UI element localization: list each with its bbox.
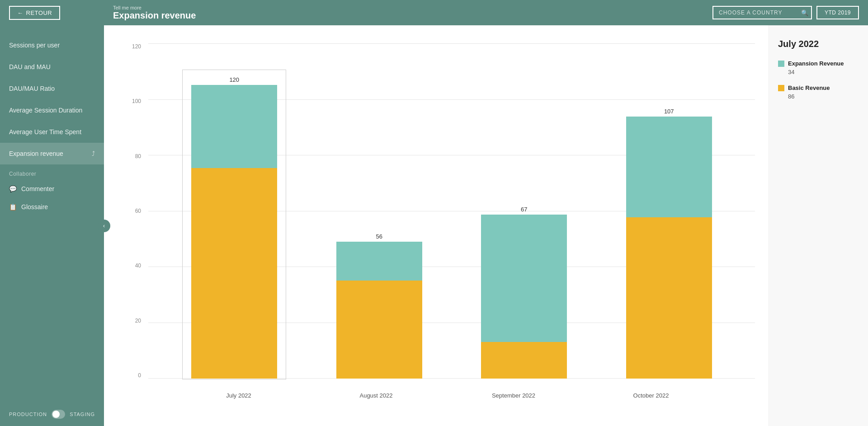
sidebar-item-label: Average Session Duration (9, 107, 82, 114)
bar-value-october: 107 (664, 108, 674, 115)
retour-label: RETOUR (26, 9, 52, 16)
share-icon: ⤴ (92, 150, 95, 157)
ytd-label: YTD 2019 (825, 9, 851, 16)
commenter-label: Commenter (21, 185, 54, 192)
bar-value-july: 120 (229, 76, 239, 83)
sidebar-nav: Sessions per user DAU and MAU DAU/MAU Ra… (0, 25, 104, 403)
bar-basic-august (336, 281, 422, 379)
y-label-60: 60 (135, 208, 141, 214)
ytd-button[interactable]: YTD 2019 (816, 6, 859, 19)
sidebar-item-label: Expansion revenue (9, 150, 63, 157)
sidebar-item-dau-mau[interactable]: DAU and MAU (0, 56, 104, 78)
sidebar-item-avg-time[interactable]: Average User Time Spent (0, 121, 104, 143)
x-axis-labels: July 2022 August 2022 September 2022 Oct… (127, 392, 755, 399)
bars-container: 120 56 (148, 43, 755, 379)
x-label-october: October 2022 (608, 392, 694, 399)
sidebar-section-collaborer: Collaborer (0, 164, 104, 180)
bar-expansion-july (191, 85, 277, 168)
toggle-knob (52, 411, 60, 418)
bar-expansion-october (626, 117, 712, 217)
bar-value-august: 56 (376, 233, 382, 240)
sidebar-item-avg-session[interactable]: Average Session Duration (0, 99, 104, 121)
y-label-120: 120 (132, 43, 141, 50)
legend-month: July 2022 (778, 39, 859, 49)
retour-button[interactable]: ← RETOUR (9, 6, 60, 20)
glossaire-label: Glossaire (21, 203, 48, 211)
sidebar-item-dau-mau-ratio[interactable]: DAU/MAU Ratio (0, 78, 104, 99)
chart-area: 120 100 80 60 40 20 0 (104, 25, 769, 426)
basic-revenue-label: Basic Revenue (788, 84, 830, 91)
bar-expansion-august (336, 242, 422, 281)
country-search-wrap: 🔍 (712, 6, 812, 19)
x-label-september: September 2022 (471, 392, 557, 399)
page-header: Tell me more Expansion revenue (113, 5, 196, 21)
top-bar-right: 🔍 YTD 2019 (712, 6, 859, 19)
bar-group-august[interactable]: 56 (336, 233, 422, 379)
x-label-july: July 2022 (196, 392, 282, 399)
basic-revenue-value: 86 (788, 93, 859, 100)
page-title: Expansion revenue (113, 10, 196, 21)
stacked-bar-september (481, 215, 567, 379)
y-axis: 120 100 80 60 40 20 0 (127, 43, 145, 379)
y-label-100: 100 (132, 98, 141, 104)
legend-basic-row: Basic Revenue (778, 84, 859, 91)
sidebar-item-label: Average User Time Spent (9, 128, 81, 136)
sidebar-item-expansion-revenue[interactable]: Expansion revenue ⤴ (0, 143, 104, 164)
basic-color-swatch (778, 85, 784, 91)
commenter-icon: 💬 (9, 185, 17, 192)
search-icon: 🔍 (801, 9, 808, 16)
expansion-revenue-value: 34 (788, 69, 859, 75)
expansion-revenue-label: Expansion Revenue (788, 60, 844, 67)
main-layout: Sessions per user DAU and MAU DAU/MAU Ra… (0, 25, 868, 426)
sidebar-item-commenter[interactable]: 💬 Commenter (0, 180, 104, 198)
main-content: 120 100 80 60 40 20 0 (104, 25, 868, 426)
bar-group-july[interactable]: 120 (191, 76, 277, 379)
tell-me-more-label: Tell me more (113, 5, 196, 10)
bar-group-september[interactable]: 67 (481, 206, 567, 379)
env-toggle[interactable] (52, 410, 65, 419)
y-label-20: 20 (135, 318, 141, 324)
expansion-color-swatch (778, 61, 784, 67)
bar-basic-october (626, 217, 712, 379)
sidebar-item-label: DAU and MAU (9, 63, 51, 70)
legend-expansion-row: Expansion Revenue (778, 60, 859, 67)
sidebar-bottom: PRODUCTION STAGING (0, 403, 104, 426)
sidebar: Sessions per user DAU and MAU DAU/MAU Ra… (0, 25, 104, 426)
y-label-40: 40 (135, 262, 141, 269)
chevron-left-icon: ‹ (103, 223, 105, 229)
staging-label: STAGING (70, 412, 95, 417)
bar-basic-september (481, 342, 567, 379)
stacked-bar-july (191, 85, 277, 379)
bar-value-september: 67 (521, 206, 527, 213)
chart-inner: 120 56 (148, 43, 755, 379)
sidebar-collapse-button[interactable]: ‹ (98, 220, 110, 232)
y-label-80: 80 (135, 153, 141, 159)
bar-group-october[interactable]: 107 (626, 108, 712, 379)
sidebar-item-label: Sessions per user (9, 42, 60, 49)
stacked-bar-october (626, 117, 712, 379)
bar-expansion-september (481, 215, 567, 342)
legend-item-expansion: Expansion Revenue 34 (778, 60, 859, 75)
production-label: PRODUCTION (9, 412, 47, 417)
country-search-input[interactable] (712, 6, 812, 19)
top-bar: ← RETOUR Tell me more Expansion revenue … (0, 0, 868, 25)
bar-basic-july (191, 168, 277, 379)
sidebar-item-glossaire[interactable]: 📋 Glossaire (0, 198, 104, 216)
sidebar-item-sessions-per-user[interactable]: Sessions per user (0, 34, 104, 56)
chart-plot: 120 100 80 60 40 20 0 (127, 43, 755, 379)
y-label-0: 0 (138, 372, 141, 379)
stacked-bar-august (336, 242, 422, 379)
legend-panel: July 2022 Expansion Revenue 34 Basic Rev… (769, 25, 868, 426)
sidebar-item-label: DAU/MAU Ratio (9, 85, 55, 92)
x-label-august: August 2022 (333, 392, 419, 399)
legend-item-basic: Basic Revenue 86 (778, 84, 859, 100)
glossaire-icon: 📋 (9, 203, 17, 211)
